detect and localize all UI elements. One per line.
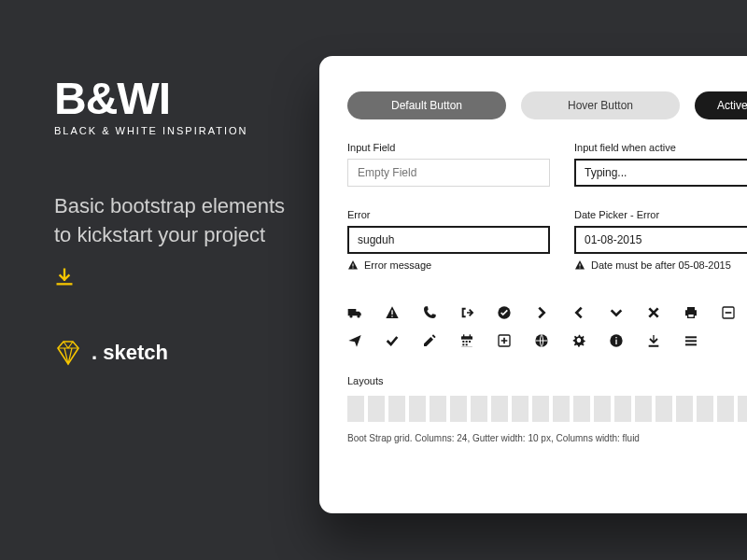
- tagline: Basic bootstrap elements to kickstart yo…: [54, 192, 288, 250]
- svg-rect-18: [462, 343, 464, 345]
- svg-rect-3: [580, 268, 581, 269]
- example-panel: Default Button Hover Button Active Input…: [319, 56, 747, 513]
- svg-point-5: [357, 315, 359, 317]
- download-icon[interactable]: [54, 267, 288, 287]
- svg-point-4: [349, 315, 352, 317]
- grid-columns: [347, 396, 747, 422]
- active-input-label: Input field when active: [574, 142, 747, 153]
- chevron-down-icon: [609, 305, 624, 320]
- print-icon: [684, 305, 698, 320]
- input-label: Input Field: [347, 142, 550, 153]
- error-label: Error: [347, 209, 550, 220]
- svg-rect-2: [580, 264, 581, 267]
- svg-rect-19: [466, 343, 468, 345]
- svg-rect-26: [685, 336, 697, 338]
- send-icon: [347, 333, 362, 348]
- chevron-left-icon: [571, 305, 586, 320]
- error-input[interactable]: [347, 226, 550, 254]
- svg-rect-16: [466, 341, 468, 343]
- svg-rect-13: [463, 334, 464, 337]
- truck-icon: [347, 305, 362, 320]
- error-message: Error message: [364, 259, 431, 271]
- warning-icon: [385, 305, 400, 320]
- download-icon: [646, 333, 661, 348]
- globe-icon: [534, 333, 549, 348]
- date-input[interactable]: [574, 226, 747, 254]
- grid-caption: Boot Strap grid. Columns: 24, Gutter wid…: [347, 433, 747, 443]
- check-circle-icon: [497, 305, 512, 320]
- svg-rect-15: [462, 341, 464, 343]
- phone-icon: [422, 305, 437, 320]
- info-icon: [609, 333, 624, 348]
- svg-rect-27: [685, 340, 697, 342]
- logo-title: B&WI: [54, 77, 288, 121]
- warning-icon: [574, 259, 585, 271]
- sketch-label: . sketch: [92, 341, 168, 365]
- svg-rect-24: [615, 340, 616, 344]
- svg-rect-25: [615, 337, 616, 338]
- check-icon: [385, 333, 400, 348]
- svg-rect-0: [353, 264, 354, 267]
- svg-rect-7: [391, 315, 392, 316]
- chevron-right-icon: [534, 305, 549, 320]
- close-icon: [646, 305, 661, 320]
- warning-icon: [347, 259, 359, 271]
- menu-icon: [684, 333, 698, 348]
- svg-rect-6: [391, 310, 392, 315]
- svg-point-22: [577, 339, 581, 343]
- date-error-message: Date must be after 05-08-2015: [591, 259, 731, 271]
- svg-rect-9: [688, 315, 693, 317]
- svg-rect-1: [353, 268, 354, 269]
- svg-rect-14: [470, 334, 471, 337]
- active-input[interactable]: [574, 159, 747, 187]
- logo-subtitle: BLACK & WHITE INSPIRATION: [54, 125, 288, 136]
- plus-square-icon: [497, 333, 512, 348]
- svg-rect-28: [685, 343, 697, 345]
- active-button[interactable]: Active: [695, 91, 747, 119]
- default-button[interactable]: Default Button: [347, 91, 506, 119]
- gear-icon: [571, 333, 586, 348]
- hover-button[interactable]: Hover Button: [521, 91, 680, 119]
- sketch-diamond-icon: [54, 340, 82, 366]
- svg-rect-12: [461, 340, 472, 347]
- empty-input[interactable]: [347, 159, 550, 187]
- icon-grid: [347, 299, 747, 355]
- layouts-label: Layouts: [347, 375, 747, 386]
- calendar-icon: [459, 333, 474, 348]
- signout-icon: [459, 305, 474, 320]
- svg-rect-17: [469, 341, 471, 343]
- edit-icon: [422, 333, 437, 348]
- date-label: Date Picker - Error: [574, 209, 747, 220]
- minus-square-icon: [721, 305, 736, 320]
